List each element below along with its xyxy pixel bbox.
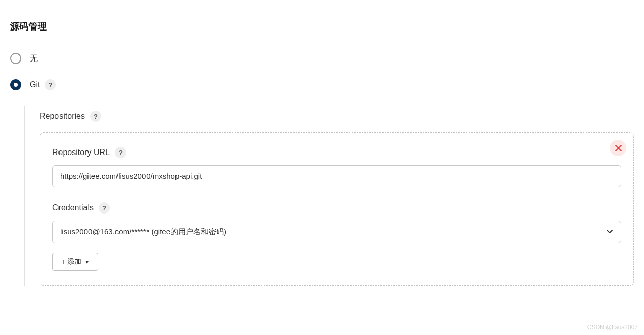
add-button-label: 添加 bbox=[67, 257, 81, 266]
help-icon[interactable]: ? bbox=[99, 202, 110, 214]
repository-block: Repository URL ? Credentials ? lisus2000… bbox=[40, 132, 634, 286]
repositories-label-row: Repositories ? bbox=[40, 111, 634, 122]
repositories-label: Repositories bbox=[40, 112, 85, 121]
watermark: CSDN @lisus2007 bbox=[587, 324, 638, 331]
caret-down-icon: ▼ bbox=[84, 259, 90, 265]
credentials-field: Credentials ? lisus2000@163.com/****** (… bbox=[52, 202, 621, 271]
scm-option-git[interactable]: Git ? bbox=[10, 79, 634, 90]
repository-url-label: Repository URL bbox=[52, 148, 110, 157]
plus-icon: + bbox=[61, 258, 65, 266]
credentials-select[interactable]: lisus2000@163.com/****** (gitee的用户名和密码) bbox=[52, 221, 621, 243]
radio-label-none: 无 bbox=[30, 53, 38, 64]
repository-url-input[interactable] bbox=[52, 165, 621, 187]
radio-icon bbox=[10, 53, 21, 64]
radio-label-git: Git bbox=[30, 80, 40, 89]
help-icon[interactable]: ? bbox=[45, 79, 56, 90]
git-section: Repositories ? Repository URL ? Credenti… bbox=[24, 106, 634, 286]
repository-url-field: Repository URL ? bbox=[52, 147, 621, 187]
radio-icon-selected bbox=[10, 79, 21, 90]
credentials-select-wrapper: lisus2000@163.com/****** (gitee的用户名和密码) bbox=[52, 221, 621, 243]
credentials-label-row: Credentials ? bbox=[52, 202, 621, 214]
close-icon bbox=[615, 145, 622, 151]
help-icon[interactable]: ? bbox=[115, 147, 126, 158]
remove-repository-button[interactable] bbox=[610, 140, 626, 156]
credentials-label: Credentials bbox=[52, 203, 94, 212]
help-icon[interactable]: ? bbox=[90, 111, 101, 122]
add-credentials-button[interactable]: + 添加 ▼ bbox=[52, 253, 98, 271]
scm-option-none[interactable]: 无 bbox=[10, 53, 634, 64]
repository-url-label-row: Repository URL ? bbox=[52, 147, 621, 158]
section-title: 源码管理 bbox=[10, 20, 634, 33]
